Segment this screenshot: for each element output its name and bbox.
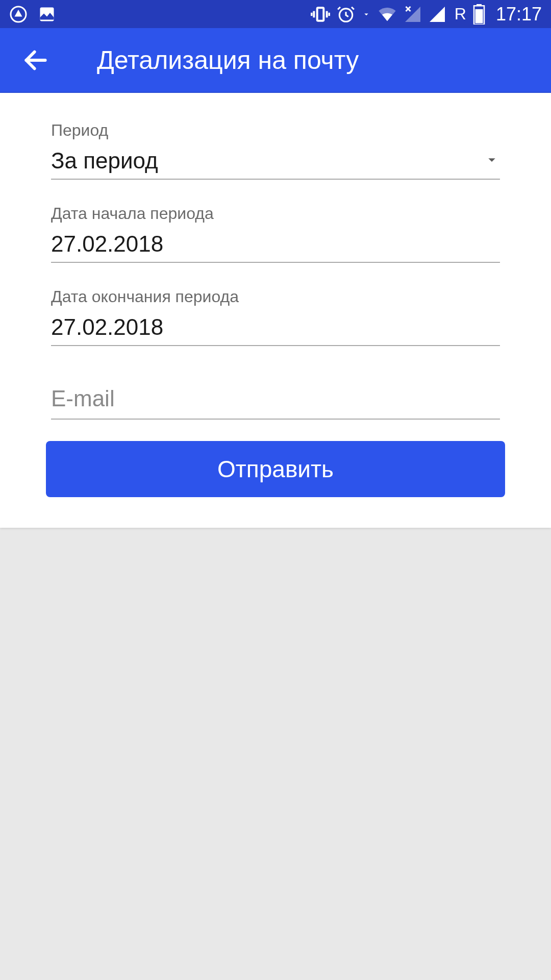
signal-1-icon [404, 5, 422, 23]
image-icon [38, 5, 56, 23]
dropdown-icon [362, 10, 371, 19]
start-date-input[interactable]: 27.02.2018 [51, 231, 500, 263]
start-date-value: 27.02.2018 [51, 231, 163, 257]
app-notification-icon [9, 5, 28, 23]
period-select[interactable]: За период [51, 148, 500, 180]
signal-2-icon [428, 5, 446, 23]
form-card: Период За период Дата начала периода 27.… [0, 93, 551, 528]
alarm-icon [336, 5, 356, 24]
end-date-label: Дата окончания периода [51, 287, 500, 306]
status-left [9, 5, 56, 23]
email-field-group: E-mail [51, 386, 500, 420]
page-title: Детализация на почту [97, 45, 359, 75]
period-value: За период [51, 148, 158, 174]
email-input[interactable]: E-mail [51, 386, 500, 420]
svg-rect-2 [317, 8, 323, 20]
submit-button[interactable]: Отправить [46, 441, 505, 497]
end-date-field-group: Дата окончания периода 27.02.2018 [51, 287, 500, 346]
app-bar: Детализация на почту [0, 28, 551, 93]
status-time: 17:17 [496, 4, 542, 25]
start-date-field-group: Дата начала периода 27.02.2018 [51, 204, 500, 263]
battery-icon [472, 4, 486, 24]
end-date-input[interactable]: 27.02.2018 [51, 314, 500, 346]
period-field-group: Период За период [51, 121, 500, 180]
end-date-value: 27.02.2018 [51, 314, 163, 340]
wifi-icon [377, 4, 397, 24]
back-button[interactable] [20, 45, 51, 76]
status-right: R 17:17 [311, 4, 542, 25]
vibrate-icon [311, 5, 330, 24]
period-label: Период [51, 121, 500, 140]
status-bar: R 17:17 [0, 0, 551, 28]
chevron-down-icon [484, 152, 500, 170]
svg-rect-10 [475, 9, 483, 23]
roaming-indicator: R [455, 5, 466, 23]
start-date-label: Дата начала периода [51, 204, 500, 223]
